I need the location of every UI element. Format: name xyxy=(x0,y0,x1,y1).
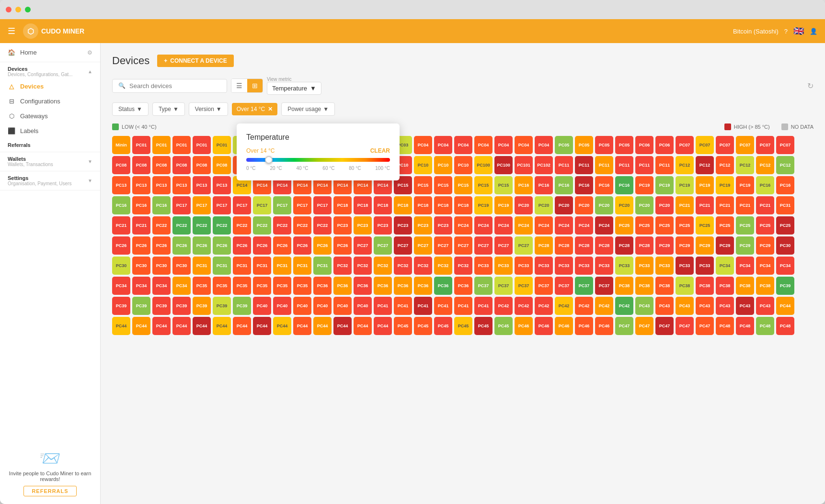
device-tile[interactable]: PC26 xyxy=(213,236,231,255)
device-tile[interactable]: PC38 xyxy=(756,277,774,295)
device-tile[interactable]: PC32 xyxy=(374,257,392,275)
device-tile[interactable]: PC25 xyxy=(716,216,734,235)
search-input[interactable] xyxy=(129,82,221,90)
device-tile[interactable]: PC44 xyxy=(313,317,332,335)
device-tile[interactable]: PC08 xyxy=(112,156,130,174)
device-tile[interactable]: PC01 xyxy=(132,136,150,154)
device-tile[interactable]: PC18 xyxy=(354,196,372,214)
device-tile[interactable]: PC17 xyxy=(172,196,191,214)
device-tile[interactable]: PC47 xyxy=(635,317,653,335)
device-tile[interactable]: PC27 xyxy=(494,236,513,255)
settings-chevron-icon[interactable]: ▼ xyxy=(88,178,92,183)
device-tile[interactable]: PC26 xyxy=(172,236,191,255)
device-tile[interactable]: PC40 xyxy=(253,297,271,315)
device-tile[interactable]: PC13 xyxy=(152,176,171,194)
status-filter[interactable]: Status ▼ xyxy=(112,102,149,116)
device-tile[interactable]: PC29 xyxy=(756,236,774,255)
device-tile[interactable]: PC33 xyxy=(494,257,513,275)
device-tile[interactable]: PC39 xyxy=(152,297,171,315)
device-tile[interactable]: PC34 xyxy=(716,257,734,275)
device-tile[interactable]: PC37 xyxy=(595,277,613,295)
device-tile[interactable]: PC26 xyxy=(132,236,150,255)
device-tile[interactable]: PC41 xyxy=(434,297,452,315)
device-tile[interactable]: PC22 xyxy=(313,216,332,235)
device-tile[interactable]: PC26 xyxy=(293,236,311,255)
type-filter[interactable]: Type ▼ xyxy=(152,102,185,116)
device-tile[interactable]: PC26 xyxy=(273,236,291,255)
device-tile[interactable]: PC25 xyxy=(696,216,714,235)
device-tile[interactable]: PC44 xyxy=(374,317,392,335)
device-tile[interactable]: PC44 xyxy=(354,317,372,335)
device-tile[interactable]: PC31 xyxy=(313,257,332,275)
device-tile[interactable]: PC36 xyxy=(394,277,412,295)
device-tile[interactable]: PC48 xyxy=(776,317,794,335)
device-tile[interactable]: PC39 xyxy=(112,297,130,315)
device-tile[interactable]: PC34 xyxy=(112,277,130,295)
device-tile[interactable]: PC23 xyxy=(434,216,452,235)
device-tile[interactable]: PC21 xyxy=(676,196,694,214)
device-tile[interactable]: PC22 xyxy=(293,216,311,235)
device-tile[interactable]: PC33 xyxy=(635,257,653,275)
remove-filter-icon[interactable]: ✕ xyxy=(268,106,273,112)
device-tile[interactable]: PC29 xyxy=(716,236,734,255)
device-tile[interactable]: PC42 xyxy=(535,297,553,315)
device-tile[interactable]: PC12 xyxy=(756,156,774,174)
device-tile[interactable]: PC04 xyxy=(474,136,493,154)
device-tile[interactable]: PC25 xyxy=(776,216,794,235)
device-tile[interactable]: PC43 xyxy=(756,297,774,315)
settings-label[interactable]: Settings xyxy=(8,175,71,181)
device-tile[interactable]: PC07 xyxy=(676,136,694,154)
device-tile[interactable]: PC32 xyxy=(394,257,412,275)
device-tile[interactable]: PC17 xyxy=(233,196,251,214)
device-tile[interactable]: PC100 xyxy=(494,156,513,174)
device-tile[interactable]: PC17 xyxy=(193,196,211,214)
language-flag[interactable]: 🇬🇧 xyxy=(793,26,804,36)
device-tile[interactable]: PC19 xyxy=(676,176,694,194)
device-tile[interactable]: PC28 xyxy=(555,236,573,255)
device-tile[interactable]: PC28 xyxy=(535,236,553,255)
device-tile[interactable]: PC25 xyxy=(655,216,674,235)
connect-device-button[interactable]: + CONNECT A DEVICE xyxy=(157,55,233,67)
device-tile[interactable]: PC10 xyxy=(454,156,472,174)
device-tile[interactable]: PC16 xyxy=(595,176,613,194)
device-tile[interactable]: PC24 xyxy=(555,216,573,235)
referrals-button[interactable]: REFERRALS xyxy=(23,486,76,496)
device-tile[interactable]: PC05 xyxy=(555,136,573,154)
device-tile[interactable]: PC36 xyxy=(313,277,332,295)
device-tile[interactable]: PC39 xyxy=(132,297,150,315)
device-tile[interactable]: PC35 xyxy=(253,277,271,295)
device-tile[interactable]: PC31 xyxy=(293,257,311,275)
device-tile[interactable]: PC37 xyxy=(474,277,493,295)
device-tile[interactable]: PC11 xyxy=(575,156,593,174)
device-tile[interactable]: PC19 xyxy=(494,196,513,214)
device-tile[interactable]: PC42 xyxy=(494,297,513,315)
device-tile[interactable]: PC08 xyxy=(172,156,191,174)
device-tile[interactable]: PC33 xyxy=(615,257,633,275)
device-tile[interactable]: PC19 xyxy=(716,176,734,194)
device-tile[interactable]: PC44 xyxy=(132,317,150,335)
device-tile[interactable]: PC19 xyxy=(696,176,714,194)
device-tile[interactable]: PC35 xyxy=(233,277,251,295)
settings-icon[interactable]: ⚙ xyxy=(87,49,100,56)
metric-select[interactable]: Temperature ▼ xyxy=(267,82,321,95)
device-tile[interactable]: PC19 xyxy=(474,196,493,214)
search-box[interactable]: 🔍 xyxy=(112,79,227,93)
device-tile[interactable]: PC34 xyxy=(172,277,191,295)
device-tile[interactable]: PC01 xyxy=(152,136,171,154)
device-tile[interactable]: PC17 xyxy=(213,196,231,214)
device-tile[interactable]: PC32 xyxy=(354,257,372,275)
device-tile[interactable]: PC04 xyxy=(535,136,553,154)
device-tile[interactable]: PC20 xyxy=(595,196,613,214)
device-tile[interactable]: PC31 xyxy=(193,257,211,275)
device-tile[interactable]: PC42 xyxy=(615,297,633,315)
device-tile[interactable]: PC27 xyxy=(434,236,452,255)
device-tile[interactable]: PC12 xyxy=(776,156,794,174)
device-tile[interactable]: PC21 xyxy=(132,216,150,235)
device-tile[interactable]: PC25 xyxy=(615,216,633,235)
device-tile[interactable]: PC26 xyxy=(253,236,271,255)
device-tile[interactable]: PC42 xyxy=(555,297,573,315)
device-tile[interactable]: PC07 xyxy=(776,136,794,154)
device-tile[interactable]: PC40 xyxy=(333,297,352,315)
device-tile[interactable]: PC29 xyxy=(676,236,694,255)
device-tile[interactable]: Minin xyxy=(112,136,130,154)
